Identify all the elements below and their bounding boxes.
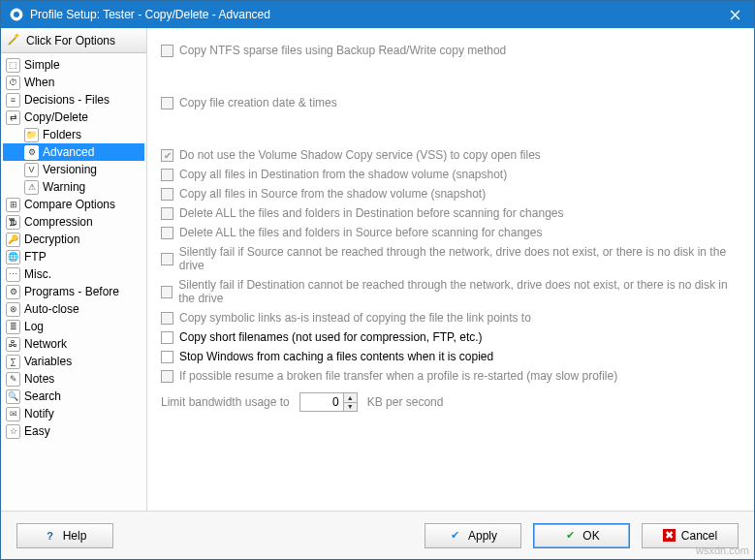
sidebar-item-variables[interactable]: ∑Variables [3,353,144,370]
nav-icon: ⊗ [6,302,20,317]
sidebar-item-when[interactable]: ⏱When [3,74,144,91]
option-label: Delete ALL the files and folders in Dest… [179,206,563,220]
sidebar-item-warning[interactable]: ⚠Warning [3,178,144,196]
nav-icon: ⚠ [24,180,39,195]
option-row: Copy NTFS sparse files using Backup Read… [161,44,740,57]
option-label[interactable]: Stop Windows from caching a files conten… [179,350,493,363]
checkbox[interactable] [161,351,173,363]
content-panel: Copy NTFS sparse files using Backup Read… [147,28,754,511]
bandwidth-row: Limit bandwidth usage to ▲ ▼ KB per seco… [161,392,740,412]
sidebar-item-label: Copy/Delete [24,110,88,124]
option-row: Copy file creation date & times [161,96,740,109]
sidebar-item-notes[interactable]: ✎Notes [3,370,144,388]
checkbox [161,312,173,325]
sidebar-item-misc-[interactable]: ⋯Misc. [3,265,144,283]
sidebar-item-label: Programs - Before [24,285,119,298]
footer: ? Help ✔ Apply ✔ OK ✖ Cancel [1,511,754,559]
nav-icon: ⊞ [6,198,20,212]
sidebar-item-label: Simple [24,58,60,72]
sidebar-item-ftp[interactable]: 🌐FTP [3,248,144,265]
sidebar-item-label: Versioning [43,163,97,176]
sidebar-item-search[interactable]: 🔍Search [3,388,144,405]
apply-label: Apply [468,529,497,543]
close-button[interactable] [715,1,754,28]
sidebar-item-label: Compression [24,215,93,229]
ok-icon: ✔ [563,529,577,543]
sidebar-item-log[interactable]: ≣Log [3,318,144,335]
sidebar: Click For Options ⬚Simple⏱When≡Decisions… [1,28,147,511]
sidebar-item-auto-close[interactable]: ⊗Auto-close [3,300,144,318]
options-header[interactable]: Click For Options [1,28,146,53]
sidebar-item-compression[interactable]: 🗜Compression [3,213,144,231]
sidebar-item-decisions-files[interactable]: ≡Decisions - Files [3,91,144,109]
app-icon [9,7,24,22]
option-row: Copy all files in Source from the shadow… [161,187,740,201]
option-label: Copy file creation date & times [179,96,337,109]
wand-icon [7,32,21,49]
checkbox [161,188,173,201]
option-row: Do not use the Volume Shadow Copy servic… [161,148,740,162]
titlebar: Profile Setup: Tester - Copy/Delete - Ad… [1,1,754,28]
sidebar-item-compare-options[interactable]: ⊞Compare Options [3,196,144,213]
options-header-label: Click For Options [26,34,115,47]
sidebar-item-versioning[interactable]: VVersioning [3,161,144,178]
help-button[interactable]: ? Help [16,523,113,548]
sidebar-item-easy[interactable]: ☆Easy [3,422,144,440]
nav-icon: V [24,163,39,177]
nav-icon: ⬚ [6,58,20,73]
profile-setup-window: Profile Setup: Tester - Copy/Delete - Ad… [0,0,755,560]
sidebar-item-label: Easy [24,424,50,438]
sidebar-item-decryption[interactable]: 🔑Decryption [3,231,144,248]
sidebar-item-label: Compare Options [24,198,115,211]
sidebar-item-advanced[interactable]: ⚙Advanced [3,143,144,161]
nav-icon: 🌐 [6,250,20,264]
nav-icon: ⚙ [6,285,20,299]
option-row: Copy all files in Destination from the s… [161,168,740,181]
option-label: Copy all files in Destination from the s… [179,168,507,181]
nav-icon: ≡ [6,93,20,108]
checkbox [161,207,173,220]
nav-icon: ✎ [6,372,20,387]
checkbox [161,370,173,383]
sidebar-item-label: Log [24,320,44,333]
nav-icon: 🔑 [6,233,20,247]
sidebar-item-label: Network [24,337,67,351]
window-title: Profile Setup: Tester - Copy/Delete - Ad… [30,8,715,21]
sidebar-item-copy-delete[interactable]: ⇄Copy/Delete [3,109,144,126]
stepper-down[interactable]: ▼ [344,403,357,412]
option-label: Copy NTFS sparse files using Backup Read… [179,44,506,57]
checkbox [161,286,173,298]
sidebar-item-network[interactable]: 🖧Network [3,335,144,353]
checkbox [161,45,173,57]
option-label: Copy symbolic links as-is instead of cop… [179,311,531,325]
sidebar-item-simple[interactable]: ⬚Simple [3,56,144,74]
help-icon: ? [44,529,57,543]
sidebar-item-label: Auto-close [24,302,79,316]
option-row: Stop Windows from caching a files conten… [161,350,740,363]
sidebar-item-label: Folders [43,128,81,141]
nav-icon: ≣ [6,320,20,334]
sidebar-item-folders[interactable]: 📁Folders [3,126,144,143]
nav-icon: 🖧 [6,337,20,352]
bandwidth-stepper[interactable]: ▲ ▼ [299,392,358,412]
sidebar-item-label: Decryption [24,233,79,246]
sidebar-item-programs-before[interactable]: ⚙Programs - Before [3,283,144,300]
nav-icon: 🔍 [6,389,20,404]
ok-button[interactable]: ✔ OK [533,523,630,548]
cancel-label: Cancel [681,529,717,543]
checkbox[interactable] [161,331,173,344]
option-row: Silently fail if Destination cannot be r… [161,278,740,305]
bandwidth-unit: KB per second [367,395,444,409]
sidebar-item-notify[interactable]: ✉Notify [3,405,144,422]
bandwidth-input[interactable] [300,393,343,411]
option-row: Delete ALL the files and folders in Dest… [161,206,740,220]
nav-icon: ✉ [6,407,20,421]
check-icon: ✔ [449,529,462,543]
dialog-body: Click For Options ⬚Simple⏱When≡Decisions… [1,28,754,511]
option-label[interactable]: Copy short filenames (not used for compr… [179,330,483,344]
option-label: Do not use the Volume Shadow Copy servic… [179,148,541,162]
option-label: Silently fail if Source cannot be reache… [179,245,740,272]
stepper-up[interactable]: ▲ [344,393,357,403]
apply-button[interactable]: ✔ Apply [425,523,521,548]
nav-icon: ⋯ [6,267,20,282]
